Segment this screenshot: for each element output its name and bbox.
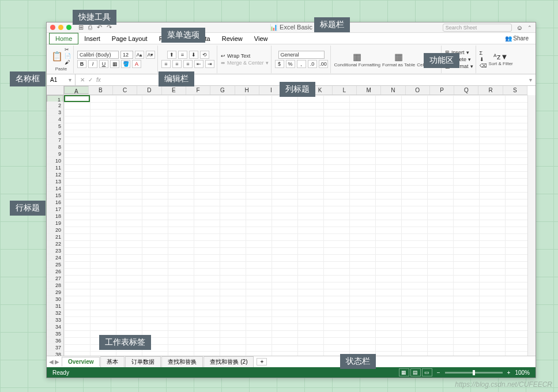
row-header-6[interactable]: 6 [47,130,63,137]
col-header-P[interactable]: P [430,86,454,95]
row-header-25[interactable]: 25 [47,261,63,268]
row-header-29[interactable]: 29 [47,289,63,296]
normal-view-icon[interactable]: ▦ [399,368,409,376]
row-header-21[interactable]: 21 [47,233,63,240]
page-break-view-icon[interactable]: ▭ [422,368,432,376]
col-header-Q[interactable]: Q [454,86,478,95]
vertical-scrollbar[interactable] [527,95,536,356]
row-header-35[interactable]: 35 [47,330,63,337]
dec-decimal-icon[interactable]: .00 [319,60,328,68]
wrap-text-button[interactable]: Wrap Text [227,53,250,59]
currency-icon[interactable]: $ [275,60,284,68]
tab-prev-icon[interactable]: ◀ [49,359,54,365]
window-controls[interactable] [50,25,71,30]
tab-page-layout[interactable]: Page Layout [106,33,153,44]
page-layout-view-icon[interactable]: ▤ [410,368,421,376]
align-top-icon[interactable]: ⬆ [167,51,176,59]
row-header-9[interactable]: 9 [47,150,63,157]
col-header-L[interactable]: L [333,86,357,95]
col-header-G[interactable]: G [210,86,235,95]
sheet-tab-find-replace[interactable]: 查找和替换 [161,356,203,367]
comma-icon[interactable]: , [297,60,306,68]
row-header-16[interactable]: 16 [47,199,63,206]
percent-icon[interactable]: % [286,60,295,68]
fx-icon[interactable]: fx [96,77,101,83]
font-size-select[interactable]: 12 [120,51,133,59]
align-center-icon[interactable]: ≡ [172,60,182,68]
row-header-24[interactable]: 24 [47,254,63,261]
tab-next-icon[interactable]: ▶ [55,359,59,365]
name-box[interactable]: A1▾ [47,74,76,85]
maximize-icon[interactable] [66,25,71,30]
row-header-28[interactable]: 28 [47,282,63,289]
collapse-icon[interactable]: ⌃ [527,25,532,31]
row-header-14[interactable]: 14 [47,185,63,192]
row-header-37[interactable]: 37 [47,344,63,351]
row-header-31[interactable]: 31 [47,303,63,310]
align-right-icon[interactable]: ≡ [183,60,193,68]
zoom-in-button[interactable]: + [507,370,511,376]
row-header-30[interactable]: 30 [47,296,63,303]
sheet-tab-overview[interactable]: Overview [62,357,100,367]
orientation-icon[interactable]: ⟲ [200,51,209,59]
shrink-font-icon[interactable]: A▾ [146,51,155,59]
minimize-icon[interactable] [58,25,63,30]
cut-icon[interactable]: ✂ [65,47,71,52]
row-header-12[interactable]: 12 [47,171,63,178]
row-header-33[interactable]: 33 [47,316,63,323]
col-header-E[interactable]: E [162,86,186,95]
align-mid-icon[interactable]: ≡ [178,51,187,59]
row-header-10[interactable]: 10 [47,157,63,164]
cells-area[interactable] [64,95,527,356]
underline-button[interactable]: U [99,60,108,68]
col-header-F[interactable]: F [186,86,210,95]
align-left-icon[interactable]: ≡ [161,60,171,68]
merge-button[interactable]: Merge & Center [227,60,264,66]
row-header-18[interactable]: 18 [47,213,63,220]
italic-button[interactable]: I [88,60,97,68]
expand-formula-icon[interactable]: ▾ [526,77,536,83]
feedback-icon[interactable]: ☺ [516,24,523,31]
font-select[interactable]: Calibri (Body) [77,51,119,59]
col-header-M[interactable]: M [357,86,381,95]
row-header-15[interactable]: 15 [47,192,63,199]
tab-insert[interactable]: Insert [78,33,106,44]
tab-review[interactable]: Review [216,33,248,44]
fill-icon[interactable]: ⬇ [480,56,487,62]
col-header-H[interactable]: H [235,86,259,95]
row-header-26[interactable]: 26 [47,268,63,275]
row-header-20[interactable]: 20 [47,227,63,233]
indent-dec-icon[interactable]: ⇤ [194,60,203,68]
border-icon[interactable]: ▦ [110,60,119,68]
sheet-tab-basic[interactable]: 基本 [100,356,125,367]
format-table-icon[interactable]: ▦ [382,51,415,62]
row-header-22[interactable]: 22 [47,240,63,247]
share-button[interactable]: 👥 Share [500,35,533,42]
row-header-3[interactable]: 3 [47,109,63,116]
row-header-11[interactable]: 11 [47,164,63,171]
row-header-7[interactable]: 7 [47,137,63,144]
zoom-level[interactable]: 100% [515,370,530,376]
paste-icon[interactable]: 📋 [51,51,63,62]
row-header-34[interactable]: 34 [47,323,63,330]
close-icon[interactable] [50,25,55,30]
inc-decimal-icon[interactable]: .0 [308,60,317,68]
tab-view[interactable]: View [248,33,274,44]
select-all-corner[interactable] [47,86,64,95]
row-header-32[interactable]: 32 [47,310,63,316]
merge-icon[interactable]: ⬌ [221,60,225,66]
col-header-B[interactable]: B [89,86,113,95]
col-header-D[interactable]: D [137,86,161,95]
row-header-1[interactable]: 1 [47,95,63,102]
zoom-slider[interactable] [445,372,503,374]
active-cell[interactable] [64,95,90,102]
col-header-A[interactable]: A [64,86,89,94]
sheet-tab-orders[interactable]: 订单数据 [125,356,161,367]
row-header-2[interactable]: 2 [47,102,63,109]
col-header-S[interactable]: S [503,86,527,95]
row-header-8[interactable]: 8 [47,144,63,150]
copy-icon[interactable]: 📄 [65,53,71,59]
tab-home[interactable]: Home [49,33,78,44]
row-header-23[interactable]: 23 [47,247,63,254]
grow-font-icon[interactable]: A▴ [135,51,144,59]
